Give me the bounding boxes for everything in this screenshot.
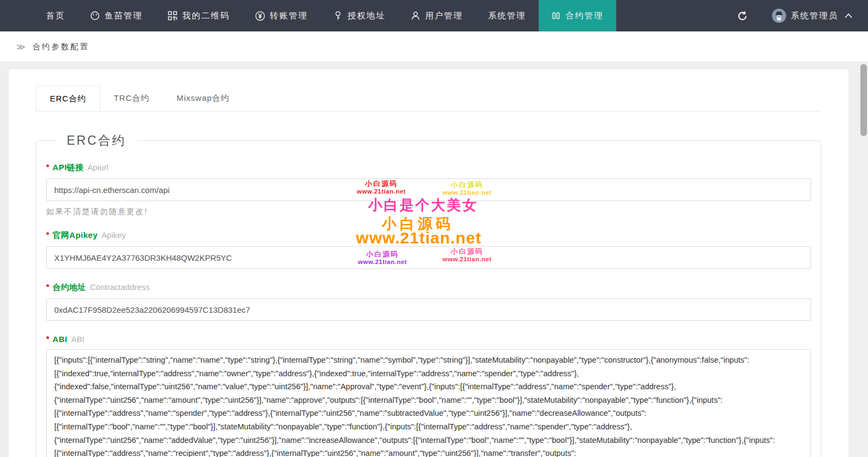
scrollbar-thumb[interactable] — [860, 64, 867, 136]
content-card: ERC合约 TRC合约 Mixswap合约 ERC合约 *API链接Apiurl… — [9, 69, 848, 457]
nav-label: 用户管理 — [425, 10, 463, 22]
nav-label: 鱼苗管理 — [105, 10, 143, 22]
refresh-button[interactable] — [737, 10, 748, 22]
contract-icon — [551, 11, 561, 21]
apikey-field-group: *官网ApikeyApikey — [46, 230, 811, 269]
field-label: *API链接Apiurl — [46, 162, 811, 173]
required-asterisk: * — [46, 230, 49, 239]
yen-circle-icon — [255, 11, 265, 21]
required-asterisk: * — [46, 334, 49, 343]
nav-item-user-management[interactable]: 用户管理 — [398, 0, 476, 31]
nav-item-fry-management[interactable]: 鱼苗管理 — [78, 0, 155, 31]
tab-mixswap-contract[interactable]: Mixswap合约 — [163, 86, 243, 111]
apiurl-input[interactable] — [46, 178, 811, 201]
nav-label: 转账管理 — [270, 10, 308, 22]
field-label: *ABIABI — [46, 334, 811, 344]
nav-item-authorized-address[interactable]: 授权地址 — [321, 0, 398, 31]
nav-item-system-management[interactable]: 系统管理 — [476, 0, 539, 31]
erc-contract-fieldset: ERC合约 *API链接Apiurl 如果不清楚请勿随意更改! *官网Apike… — [36, 132, 821, 457]
nav-label: 系统管理 — [488, 10, 526, 22]
nav-label: 授权地址 — [348, 10, 386, 22]
tab-erc-contract[interactable]: ERC合约 — [36, 86, 100, 111]
apikey-input[interactable] — [46, 246, 811, 269]
nav-label: 合约管理 — [566, 10, 604, 22]
chevron-up-icon — [844, 12, 853, 19]
username: 系统管理员 — [791, 10, 839, 22]
abi-textarea[interactable]: [{"inputs":[{"internalType":"string","na… — [46, 349, 811, 457]
user-menu[interactable]: 系统管理员 — [772, 9, 853, 23]
top-navbar: 首页 鱼苗管理 我的二维码 转账管理 授权地址 — [0, 0, 868, 31]
nav-item-my-qrcode[interactable]: 我的二维码 — [155, 0, 242, 31]
user-icon — [411, 11, 420, 21]
field-label: *官网ApikeyApikey — [46, 230, 811, 241]
avatar — [772, 9, 786, 23]
nav-item-transfer-management[interactable]: 转账管理 — [242, 0, 321, 31]
contract-tabs: ERC合约 TRC合约 Mixswap合约 — [36, 86, 821, 112]
nav-label: 首页 — [46, 10, 65, 22]
nav-item-home[interactable]: 首页 — [34, 0, 78, 31]
nav-label: 我的二维码 — [182, 10, 230, 22]
contract-address-field-group: *合约地址Contractaddress — [46, 282, 811, 321]
nav-menu: 首页 鱼苗管理 我的二维码 转账管理 授权地址 — [34, 0, 616, 31]
page-title: 合约参数配置 — [33, 42, 90, 52]
face-icon — [90, 11, 100, 21]
key-icon — [333, 11, 343, 21]
breadcrumb: ≫ 合约参数配置 — [0, 31, 868, 62]
apiurl-field-group: *API链接Apiurl 如果不清楚请勿随意更改! — [46, 162, 811, 217]
fieldset-legend: ERC合约 — [56, 132, 137, 149]
abi-field-group: *ABIABI [{"inputs":[{"internalType":"str… — [46, 334, 811, 457]
contract-address-input[interactable] — [46, 298, 811, 321]
field-label: *合约地址Contractaddress — [46, 282, 811, 293]
nav-right: 系统管理员 — [737, 0, 868, 31]
qrcode-icon — [168, 11, 177, 21]
apiurl-help-text: 如果不清楚请勿随意更改! — [46, 207, 811, 217]
tab-trc-contract[interactable]: TRC合约 — [100, 86, 163, 111]
required-asterisk: * — [46, 282, 49, 291]
nav-item-contract-management[interactable]: 合约管理 — [539, 0, 616, 31]
required-asterisk: * — [46, 162, 49, 171]
breadcrumb-arrow-icon: ≫ — [16, 42, 25, 52]
